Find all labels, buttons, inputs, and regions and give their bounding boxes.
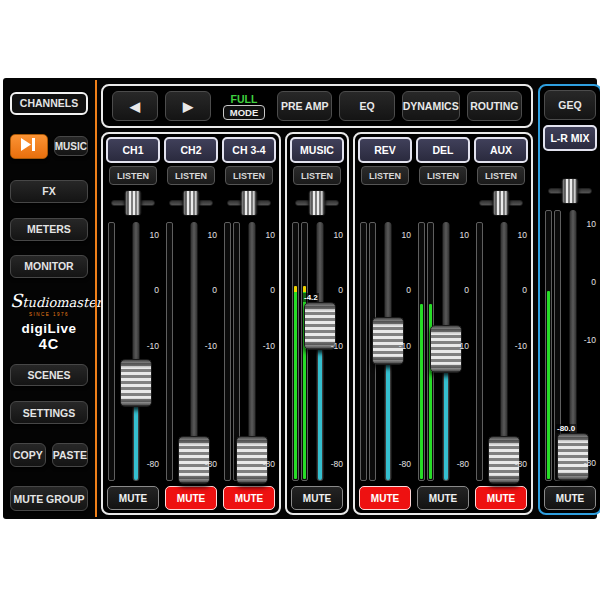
scale-tick: 10 xyxy=(460,230,469,240)
prev-channel-button[interactable]: ◀ xyxy=(112,91,158,121)
pan-knob[interactable] xyxy=(183,190,200,216)
brand-tagline: since 1976 xyxy=(10,312,88,317)
channel-select-button[interactable]: DEL xyxy=(416,137,470,163)
channel-strip: AUX LISTEN 100-10-80 MUTE xyxy=(473,136,529,511)
channel-select-button[interactable]: CH 3-4 xyxy=(222,137,276,163)
meters-button[interactable]: METERS xyxy=(10,218,88,241)
scale-tick: 0 xyxy=(270,285,275,295)
pan-slider[interactable] xyxy=(221,188,277,218)
eq-tab[interactable]: EQ xyxy=(339,91,394,121)
play-transport-button[interactable] xyxy=(10,134,48,159)
mute-button[interactable]: MUTE xyxy=(475,486,527,510)
scale-tick: -80 xyxy=(331,459,343,469)
fader-fill xyxy=(134,405,138,480)
pan-knob[interactable] xyxy=(309,190,326,216)
fader-fill xyxy=(318,348,322,480)
settings-button[interactable]: SETTINGS xyxy=(10,401,88,424)
channel-strip: CH1 LISTEN 100-10-80 MUTE xyxy=(105,136,161,511)
fader-scale: 100-10-80 xyxy=(452,220,470,483)
level-meters xyxy=(108,222,115,481)
fader-area: 100-10-80 xyxy=(105,220,161,483)
mute-button[interactable]: MUTE xyxy=(417,486,469,510)
listen-button[interactable]: LISTEN xyxy=(293,166,341,185)
pan-knob[interactable] xyxy=(241,190,258,216)
channel-select-button[interactable]: AUX xyxy=(474,137,528,163)
level-meter xyxy=(108,222,115,481)
scenes-button[interactable]: SCENES xyxy=(10,364,88,387)
scale-tick: -80 xyxy=(457,459,469,469)
level-meter xyxy=(360,222,367,481)
fader-area: 100-10-80 xyxy=(415,220,471,483)
channel-select-button[interactable]: MUSIC xyxy=(290,137,344,163)
pan-knob[interactable] xyxy=(562,178,579,204)
full-mode-status: FULL xyxy=(231,93,258,105)
pan-slider[interactable] xyxy=(542,176,598,206)
next-channel-button[interactable]: ▶ xyxy=(165,91,211,121)
channels-button[interactable]: CHANNELS xyxy=(10,92,88,115)
mute-button[interactable]: MUTE xyxy=(544,486,596,510)
mute-button[interactable]: MUTE xyxy=(165,486,217,510)
scale-tick: 0 xyxy=(338,285,343,295)
preamp-tab[interactable]: PRE AMP xyxy=(277,91,332,121)
scale-tick: -10 xyxy=(205,341,217,351)
scale-tick: 10 xyxy=(334,230,343,240)
scale-tick: -80 xyxy=(515,459,527,469)
paste-button[interactable]: PASTE xyxy=(52,443,88,467)
fader-scale: 100-10-80 xyxy=(142,220,160,483)
mute-group-button[interactable]: MUTE GROUP xyxy=(10,486,88,511)
pan-slider[interactable] xyxy=(163,188,219,218)
listen-button[interactable]: LISTEN xyxy=(419,166,467,185)
mute-button[interactable]: MUTE xyxy=(291,486,343,510)
pan-slider[interactable] xyxy=(105,188,161,218)
pan-knob[interactable] xyxy=(125,190,142,216)
listen-button[interactable]: LISTEN xyxy=(167,166,215,185)
level-meters xyxy=(166,222,173,481)
music-source-button[interactable]: MUSIC xyxy=(54,136,88,156)
level-meters xyxy=(476,222,483,481)
scale-tick: -80 xyxy=(399,459,411,469)
mode-button[interactable]: MODE xyxy=(223,105,266,120)
channel-select-button[interactable]: L-R MIX xyxy=(543,125,597,151)
scale-tick: 0 xyxy=(212,285,217,295)
scale-tick: -80 xyxy=(263,459,275,469)
pan-slider[interactable] xyxy=(289,188,345,218)
scale-tick: 0 xyxy=(406,285,411,295)
mute-button[interactable]: MUTE xyxy=(359,486,411,510)
copy-button[interactable]: COPY xyxy=(10,443,46,467)
dynamics-tab[interactable]: DYNAMICS xyxy=(402,91,460,121)
scale-tick: -10 xyxy=(263,341,275,351)
monitor-button[interactable]: MONITOR xyxy=(10,255,88,278)
scale-tick: 0 xyxy=(464,285,469,295)
right-arrow-icon: ▶ xyxy=(183,99,193,114)
listen-button[interactable]: LISTEN xyxy=(109,166,157,185)
pan-slider[interactable] xyxy=(473,188,529,218)
channel-select-button[interactable]: REV xyxy=(358,137,412,163)
routing-tab[interactable]: ROUTING xyxy=(467,91,522,121)
level-meter xyxy=(292,222,299,481)
listen-button[interactable]: LISTEN xyxy=(477,166,525,185)
fader-scale: 100-10-80 xyxy=(579,208,597,483)
channel-strip: MUSIC LISTEN -4.2 100-10-80 MUTE xyxy=(289,136,345,511)
level-meter xyxy=(224,222,231,481)
scale-tick: 10 xyxy=(208,230,217,240)
level-meter xyxy=(166,222,173,481)
fader-area: 100-10-80 xyxy=(221,220,277,483)
main-area: ◀ ▶ FULL MODE PRE AMP EQ DYNAMICS ROUTIN… xyxy=(99,80,600,517)
listen-button[interactable]: LISTEN xyxy=(225,166,273,185)
skip-forward-icon xyxy=(21,138,36,154)
sidebar-divider xyxy=(95,80,97,517)
scale-tick: -10 xyxy=(147,341,159,351)
channel-select-button[interactable]: CH2 xyxy=(164,137,218,163)
scale-tick: -10 xyxy=(457,341,469,351)
fx-button[interactable]: FX xyxy=(10,180,88,203)
fader-scale: 100-10-80 xyxy=(200,220,218,483)
pan-knob[interactable] xyxy=(493,190,510,216)
mute-button[interactable]: MUTE xyxy=(223,486,275,510)
mute-button[interactable]: MUTE xyxy=(107,486,159,510)
fader-value-label: -4.2 xyxy=(303,293,319,302)
geq-button[interactable]: GEQ xyxy=(544,90,596,120)
channel-select-button[interactable]: CH1 xyxy=(106,137,160,163)
listen-button[interactable]: LISTEN xyxy=(361,166,409,185)
fader-value-label: -80.0 xyxy=(556,424,576,433)
channel-group-music: MUSIC LISTEN -4.2 100-10-80 MUTE xyxy=(285,132,349,515)
